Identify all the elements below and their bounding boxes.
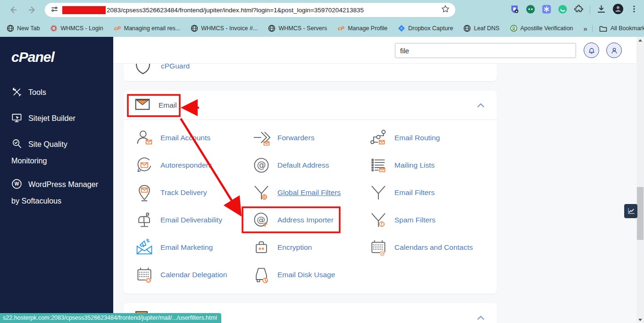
sidebar-item-sitejet[interactable]: Sitejet Builder	[0, 106, 113, 132]
email-item[interactable]: Autoresponders	[135, 152, 252, 179]
analytics-toggle-button[interactable]	[624, 204, 637, 218]
email-item[interactable]: Email Filters	[369, 179, 493, 206]
sidebar-item-wordpress[interactable]: WWordPress Manager by Softaculous	[0, 172, 113, 212]
email-item[interactable]: Email Marketing	[135, 234, 252, 261]
extensions-row	[510, 3, 638, 17]
email-item[interactable]: Global Email Filters	[252, 179, 369, 206]
main-area: cPGuard Email Email AccountsForwardersEm…	[113, 37, 636, 323]
site-info-icon[interactable]	[50, 5, 59, 15]
folder-icon	[599, 25, 607, 32]
email-marketing-icon	[135, 238, 154, 257]
quote-extension-icon[interactable]	[526, 4, 535, 16]
forward-icon[interactable]	[25, 3, 40, 17]
wordpress-icon: W	[11, 178, 22, 194]
bookmark-item[interactable]: Leaf DNS	[463, 25, 499, 32]
default-address-icon: @	[252, 156, 271, 175]
svg-text:cP: cP	[338, 26, 344, 31]
green-extension-icon[interactable]	[558, 4, 568, 16]
page-scrollbar[interactable]	[636, 37, 644, 323]
bookmark-label: Managing email res...	[124, 25, 181, 32]
chevron-up-icon[interactable]	[477, 314, 485, 322]
ai-extension-icon[interactable]	[542, 4, 552, 16]
site-quality-icon	[11, 138, 22, 153]
email-item[interactable]: Email Deliverability	[135, 206, 252, 234]
email-accounts-icon	[135, 128, 154, 147]
svg-text:@: @	[257, 160, 266, 170]
email-item[interactable]: @Calendars and Contacts	[369, 234, 493, 261]
bookmark-label: WHMCS - Invoice #...	[201, 25, 258, 32]
scrollbar-thumb[interactable]	[637, 187, 644, 240]
bookmark-item[interactable]: cPManaging email res...	[114, 25, 181, 32]
email-item[interactable]: Track Delivery	[135, 179, 252, 206]
download-icon[interactable]	[596, 4, 606, 16]
autoresponders-icon	[135, 156, 154, 175]
notifications-button[interactable]	[584, 42, 599, 58]
bookmark-label: Manage Profile	[348, 25, 387, 32]
bookmark-item[interactable]: WHMCS - Invoice #...	[191, 25, 258, 32]
chevron-up-icon[interactable]	[477, 101, 485, 110]
address-importer-icon: @	[252, 211, 271, 230]
track-delivery-icon	[135, 183, 154, 202]
email-section-title: Email	[159, 101, 177, 110]
url-text[interactable]: 2083/cpsess3526623484/frontend/jupiter/i…	[107, 7, 441, 14]
email-item-label: Forwarders	[277, 134, 314, 142]
sidebar-item-site[interactable]: Site Quality Monitoring	[0, 132, 113, 172]
svg-text:@: @	[257, 214, 265, 224]
bookmark-item[interactable]: New Tab	[7, 25, 40, 32]
bookmark-label: New Tab	[17, 25, 40, 32]
menu-kebab-icon[interactable]	[630, 5, 638, 15]
scroll-up-icon[interactable]	[636, 37, 644, 43]
bookmarks-overflow-chevron[interactable]: »	[584, 25, 587, 33]
cpguard-section-card: cPGuard	[124, 64, 497, 81]
sidebar-nav: ToolsSitejet BuilderSite Quality Monitor…	[0, 80, 113, 212]
bookmark-label: WHMCS - Login	[60, 25, 103, 32]
encryption-icon	[252, 238, 271, 257]
global-email-filters-icon	[252, 183, 271, 202]
bookmark-item[interactable]: WHMCS - Login	[50, 25, 103, 32]
email-item[interactable]: Email Accounts	[135, 124, 252, 152]
email-section-header[interactable]: Email	[124, 91, 497, 119]
emblem-favicon	[510, 25, 518, 32]
email-items-grid: Email AccountsForwardersEmail RoutingAut…	[124, 120, 497, 289]
sidebar-item-tools[interactable]: Tools	[0, 80, 113, 106]
extensions-puzzle-icon[interactable]	[574, 4, 584, 16]
bookmark-label: Leaf DNS	[474, 25, 499, 32]
profile-avatar-icon[interactable]	[612, 3, 624, 17]
email-item-label: Default Address	[277, 161, 329, 170]
browser-toolbar: 2083/cpsess3526623484/frontend/jupiter/i…	[0, 0, 644, 20]
user-menu-button[interactable]	[606, 42, 622, 58]
address-bar[interactable]: 2083/cpsess3526623484/frontend/jupiter/i…	[45, 3, 455, 17]
email-item-label: Calendars and Contacts	[394, 243, 473, 252]
shield-extension-icon[interactable]	[510, 4, 519, 16]
email-item[interactable]: Spam Filters	[369, 206, 493, 234]
email-item[interactable]: Mailing Lists	[369, 152, 493, 179]
scroll-down-icon[interactable]	[636, 316, 644, 323]
email-item[interactable]: Email Routing	[369, 124, 493, 152]
email-item[interactable]: Encryption	[252, 234, 369, 261]
spam-filters-icon	[369, 211, 388, 230]
globe-favicon	[463, 25, 471, 32]
browser-chrome: 2083/cpsess3526623484/frontend/jupiter/i…	[0, 0, 644, 37]
email-item-label: Autoresponders	[160, 161, 212, 170]
email-item[interactable]: Forwarders	[252, 124, 369, 152]
all-bookmarks-button[interactable]: All Bookmarks	[592, 25, 644, 32]
shield-guard-icon	[134, 64, 151, 76]
email-item[interactable]: @Default Address	[252, 152, 369, 179]
bookmark-item[interactable]: WHMCS - Servers	[268, 25, 327, 32]
back-icon[interactable]	[6, 3, 20, 17]
bookmark-item[interactable]: cPManage Profile	[337, 25, 387, 32]
search-input[interactable]	[395, 43, 576, 58]
email-item-label: Email Accounts	[160, 134, 210, 142]
email-item[interactable]: @Address Importer	[252, 206, 369, 234]
bookmark-item[interactable]: Dropbox Capture	[398, 25, 453, 32]
email-item[interactable]: Calendar Delegation	[135, 261, 252, 289]
email-deliverability-icon	[135, 211, 154, 230]
globe-favicon	[268, 25, 276, 32]
email-item-label: Address Importer	[277, 216, 334, 224]
email-item[interactable]: Email Disk Usage	[252, 261, 369, 289]
bookmark-item[interactable]: Apostille Verification	[510, 25, 573, 32]
cpanel-favicon: cP	[337, 25, 345, 32]
star-icon[interactable]	[441, 5, 450, 15]
cpguard-label[interactable]: cPGuard	[161, 64, 190, 70]
status-url-tooltip: s22.hosterpk.com:2083/cpsess3526623484/f…	[0, 313, 221, 323]
